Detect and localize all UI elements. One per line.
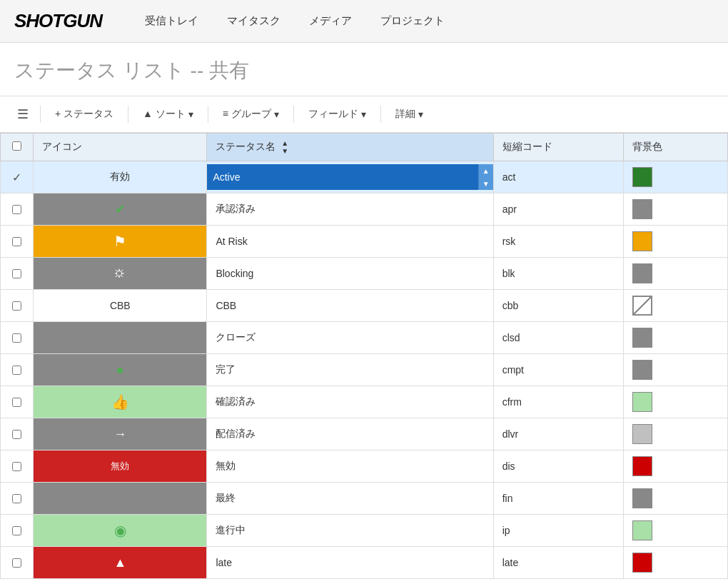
row-color-cell[interactable] xyxy=(624,547,728,579)
color-swatch[interactable] xyxy=(632,263,652,283)
icon-cell: ◉ xyxy=(34,515,206,546)
row-name-cell[interactable]: 無効 xyxy=(207,450,493,483)
color-swatch[interactable] xyxy=(632,553,652,573)
row-checkbox[interactable] xyxy=(12,269,21,278)
row-name-cell[interactable]: 進行中 xyxy=(207,515,493,547)
nav-mytasks[interactable]: マイタスク xyxy=(213,0,295,43)
row-checkbox[interactable] xyxy=(12,333,21,343)
table-row[interactable]: 👍確認済みcfrm xyxy=(1,386,728,418)
table-row[interactable]: ▲latelate xyxy=(1,547,728,579)
color-swatch[interactable] xyxy=(632,392,652,412)
name-edit-input[interactable] xyxy=(207,164,477,190)
row-color-cell[interactable] xyxy=(624,290,728,322)
row-color-cell[interactable] xyxy=(624,322,728,354)
sort-button[interactable]: ▲ ソート ▾ xyxy=(134,104,202,125)
table-row[interactable]: ●完了cmpt xyxy=(1,354,728,386)
row-color-cell[interactable] xyxy=(624,515,728,547)
color-swatch[interactable] xyxy=(632,231,652,251)
header-checkbox[interactable] xyxy=(1,134,34,161)
icon-symbol: ● xyxy=(116,331,124,346)
row-name-cell[interactable]: 完了 xyxy=(207,354,493,386)
row-checkbox[interactable] xyxy=(12,430,21,439)
color-swatch[interactable] xyxy=(632,360,652,380)
group-button[interactable]: ≡ グループ ▾ xyxy=(214,104,288,125)
row-checkbox[interactable] xyxy=(12,398,21,407)
table-body: ✓有効 ▲ ▼ act✔承認済みapr⚑At Riskrsk⛭Blockingb… xyxy=(1,161,728,579)
row-name-cell[interactable]: ▲ ▼ xyxy=(207,161,493,193)
row-code-cell: ip xyxy=(493,515,623,547)
row-name-cell[interactable]: 承認済み xyxy=(207,193,493,226)
row-checkbox[interactable] xyxy=(12,526,21,535)
row-name-cell[interactable]: Blocking xyxy=(207,258,493,290)
row-checkbox[interactable] xyxy=(12,366,21,375)
row-checkbox[interactable] xyxy=(12,237,21,246)
table-row[interactable]: 無効無効dis xyxy=(1,450,728,483)
table-row[interactable]: ✓有効 ▲ ▼ act xyxy=(1,161,728,193)
row-name-cell[interactable]: 配信済み xyxy=(207,418,493,450)
name-value: クローズ xyxy=(207,322,492,353)
separator-3 xyxy=(208,106,208,123)
table-row[interactable]: ✔承認済みapr xyxy=(1,193,728,226)
code-value: fin xyxy=(494,483,623,514)
select-all-checkbox[interactable] xyxy=(12,141,21,151)
row-checkbox[interactable] xyxy=(12,558,21,568)
color-swatch[interactable] xyxy=(632,199,652,219)
list-view-icon[interactable]: ☰ xyxy=(11,102,34,126)
color-swatch[interactable] xyxy=(632,520,652,540)
row-color-cell[interactable] xyxy=(624,226,728,258)
color-swatch-wrapper xyxy=(624,354,727,386)
row-checkbox[interactable] xyxy=(12,494,21,503)
color-swatch[interactable] xyxy=(632,296,652,316)
row-code-cell: fin xyxy=(493,483,623,515)
field-button[interactable]: フィールド ▾ xyxy=(300,104,375,125)
name-value: 完了 xyxy=(207,354,492,386)
row-name-cell[interactable]: CBB xyxy=(207,290,493,322)
row-name-cell[interactable]: late xyxy=(207,547,493,579)
nav-inbox[interactable]: 受信トレイ xyxy=(131,0,213,43)
nav-projects[interactable]: プロジェクト xyxy=(366,0,459,43)
row-color-cell[interactable] xyxy=(624,193,728,226)
name-value: 無効 xyxy=(207,450,492,482)
row-name-cell[interactable]: At Risk xyxy=(207,226,493,258)
row-checkbox[interactable] xyxy=(12,462,21,471)
color-swatch[interactable] xyxy=(632,456,652,476)
header: SHOTGUN 受信トレイ マイタスク メディア プロジェクト xyxy=(0,0,728,43)
row-color-cell[interactable] xyxy=(624,258,728,290)
row-name-cell[interactable]: クローズ xyxy=(207,322,493,354)
table-row[interactable]: CBBCBBcbb xyxy=(1,290,728,322)
row-color-cell[interactable] xyxy=(624,418,728,450)
status-table: アイコン ステータス名 ▲▼ 短縮コード 背景色 ✓有効 ▲ xyxy=(0,133,728,579)
add-status-button[interactable]: + ステータス xyxy=(46,104,122,125)
color-swatch[interactable] xyxy=(632,488,652,508)
row-color-cell[interactable] xyxy=(624,161,728,193)
icon-bg-red: 無効 xyxy=(34,450,206,482)
row-color-cell[interactable] xyxy=(624,483,728,515)
row-color-cell[interactable] xyxy=(624,450,728,483)
table-row[interactable]: ●クローズclsd xyxy=(1,322,728,354)
detail-button[interactable]: 詳細 ▾ xyxy=(387,104,432,125)
code-value: blk xyxy=(494,258,623,289)
row-name-cell[interactable]: 確認済み xyxy=(207,386,493,418)
code-value: dlvr xyxy=(494,418,623,450)
header-name[interactable]: ステータス名 ▲▼ xyxy=(207,134,493,161)
row-checkbox[interactable] xyxy=(12,205,21,214)
spin-up[interactable]: ▲ xyxy=(479,164,493,177)
row-color-cell[interactable] xyxy=(624,386,728,418)
table-row[interactable]: ◉進行中ip xyxy=(1,515,728,547)
sort-arrows-name: ▲▼ xyxy=(281,139,288,155)
row-color-cell[interactable] xyxy=(624,354,728,386)
row-name-cell[interactable]: 最終 xyxy=(207,483,493,515)
spin-down[interactable]: ▼ xyxy=(479,177,493,190)
nav-media[interactable]: メディア xyxy=(295,0,366,43)
separator-4 xyxy=(293,106,294,123)
table-row[interactable]: →配信済みdlvr xyxy=(1,418,728,450)
color-swatch[interactable] xyxy=(632,167,652,187)
table-row[interactable]: ⛭Blockingblk xyxy=(1,258,728,290)
table-row[interactable]: ⚑At Riskrsk xyxy=(1,226,728,258)
row-checkbox[interactable] xyxy=(12,301,21,311)
color-swatch[interactable] xyxy=(632,328,652,348)
name-value: 配信済み xyxy=(207,418,492,450)
color-swatch[interactable] xyxy=(632,424,652,444)
table-row[interactable]: ●最終fin xyxy=(1,483,728,515)
icon-cell: ● xyxy=(34,322,206,353)
